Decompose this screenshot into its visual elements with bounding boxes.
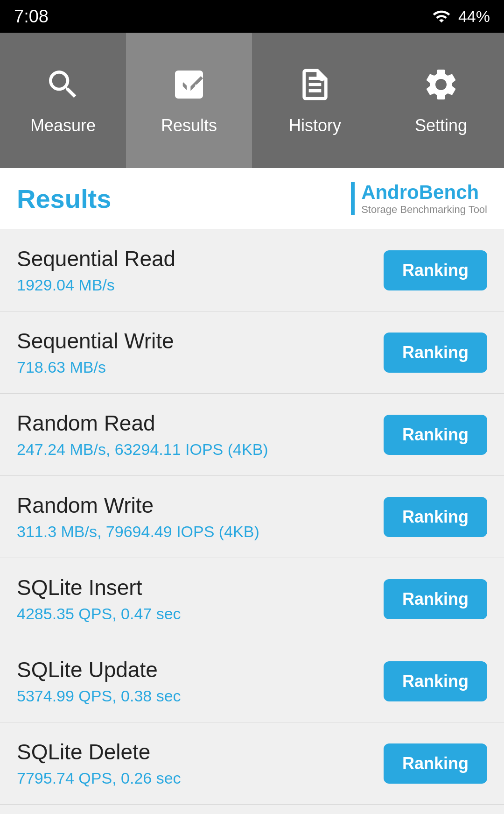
status-time: 7:08: [14, 7, 49, 27]
tab-history-label: History: [289, 116, 341, 135]
benchmark-value: 4285.35 QPS, 0.47 sec: [17, 605, 181, 623]
logo-bench: Bench: [419, 181, 479, 203]
benchmark-item: Random Read 247.24 MB/s, 63294.11 IOPS (…: [0, 394, 504, 476]
benchmark-name: Sequential Read: [17, 246, 175, 271]
ranking-button[interactable]: Ranking: [384, 579, 487, 619]
history-icon: [296, 66, 334, 108]
benchmark-value: 247.24 MB/s, 63294.11 IOPS (4KB): [17, 440, 268, 459]
tab-history[interactable]: History: [252, 33, 378, 168]
benchmark-item: Sequential Read 1929.04 MB/s Ranking: [0, 229, 504, 311]
benchmark-value: 5374.99 QPS, 0.38 sec: [17, 687, 181, 705]
benchmark-name: SQLite Delete: [17, 739, 181, 764]
status-icons: 44%: [432, 7, 490, 26]
results-icon: [170, 66, 208, 108]
benchmark-item: SQLite Insert 4285.35 QPS, 0.47 sec Rank…: [0, 558, 504, 640]
logo-andro: Andro: [361, 181, 419, 203]
benchmark-value: 718.63 MB/s: [17, 358, 174, 376]
results-header: Results AndroBench Storage Benchmarking …: [0, 168, 504, 229]
benchmark-info: SQLite Delete 7795.74 QPS, 0.26 sec: [17, 739, 181, 787]
nav-tabs: Measure Results History Setting: [0, 33, 504, 168]
benchmark-item: Random Write 311.3 MB/s, 79694.49 IOPS (…: [0, 476, 504, 558]
benchmark-value: 7795.74 QPS, 0.26 sec: [17, 769, 181, 787]
benchmark-value: 311.3 MB/s, 79694.49 IOPS (4KB): [17, 523, 259, 541]
benchmark-item: Sequential Write 718.63 MB/s Ranking: [0, 311, 504, 394]
tab-measure-label: Measure: [30, 116, 96, 135]
wifi-icon: [432, 7, 451, 26]
measure-icon: [44, 66, 82, 108]
benchmark-info: Random Write 311.3 MB/s, 79694.49 IOPS (…: [17, 493, 259, 541]
status-bar: 7:08 44%: [0, 0, 504, 33]
benchmark-name: SQLite Update: [17, 657, 181, 682]
tab-measure[interactable]: Measure: [0, 33, 126, 168]
battery-text: 44%: [458, 7, 490, 26]
tab-setting-label: Setting: [415, 116, 467, 135]
benchmark-item: SQLite Update 5374.99 QPS, 0.38 sec Rank…: [0, 640, 504, 722]
logo-text: AndroBench Storage Benchmarking Tool: [361, 181, 487, 216]
benchmark-list: Sequential Read 1929.04 MB/s Ranking Seq…: [0, 229, 504, 805]
ranking-button[interactable]: Ranking: [384, 333, 487, 373]
benchmark-info: SQLite Insert 4285.35 QPS, 0.47 sec: [17, 575, 181, 623]
benchmark-name: Random Write: [17, 493, 259, 518]
tab-setting[interactable]: Setting: [378, 33, 504, 168]
benchmark-info: Sequential Write 718.63 MB/s: [17, 328, 174, 376]
benchmark-info: SQLite Update 5374.99 QPS, 0.38 sec: [17, 657, 181, 705]
ranking-button[interactable]: Ranking: [384, 743, 487, 784]
ranking-button[interactable]: Ranking: [384, 661, 487, 701]
androbench-logo: AndroBench Storage Benchmarking Tool: [351, 181, 487, 216]
page-title: Results: [17, 184, 111, 214]
logo-subtitle: Storage Benchmarking Tool: [361, 204, 487, 216]
tab-results-label: Results: [161, 116, 217, 135]
tab-results[interactable]: Results: [126, 33, 252, 168]
logo-name: AndroBench: [361, 181, 487, 204]
benchmark-info: Random Read 247.24 MB/s, 63294.11 IOPS (…: [17, 411, 268, 459]
benchmark-value: 1929.04 MB/s: [17, 276, 175, 294]
benchmark-name: Random Read: [17, 411, 268, 436]
benchmark-item: SQLite Delete 7795.74 QPS, 0.26 sec Rank…: [0, 722, 504, 805]
benchmark-info: Sequential Read 1929.04 MB/s: [17, 246, 175, 294]
benchmark-name: SQLite Insert: [17, 575, 181, 600]
ranking-button[interactable]: Ranking: [384, 497, 487, 537]
ranking-button[interactable]: Ranking: [384, 250, 487, 290]
logo-bar: [351, 182, 355, 215]
benchmark-name: Sequential Write: [17, 328, 174, 354]
setting-icon: [422, 66, 460, 108]
ranking-button[interactable]: Ranking: [384, 415, 487, 455]
